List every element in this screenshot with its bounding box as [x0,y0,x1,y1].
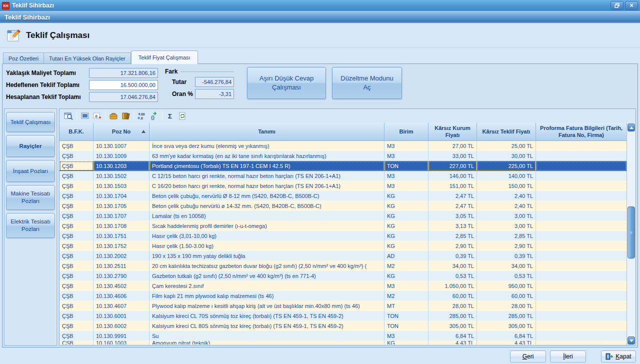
cell-kurum-fiyati[interactable]: 305,00 TL [428,321,477,331]
cell-tanim[interactable]: İnce sıva veya derz kumu (elenmiş ve yık… [150,141,384,151]
cell-teklif-fiyati[interactable]: 3,00 TL [477,221,536,231]
col-header-karsiz-teklif-fiyati[interactable]: Kârsız Teklif Fiyatı [477,123,536,140]
cell-kurum-fiyati[interactable]: 151,00 TL [428,181,477,191]
table-row[interactable]: ÇŞB 10.130.4606 Film kaplı 21 mm plywood… [60,291,626,301]
cell-poz-no[interactable]: 10.130.2511 [94,261,150,271]
cell-proforma[interactable] [536,201,626,211]
print-preview-icon[interactable] [62,110,74,122]
cell-kurum-fiyati[interactable]: 4,43 TL [428,341,477,345]
table-row[interactable]: ÇŞB 10.130.1502 C 12/15 beton harcı gri … [60,171,626,181]
cell-poz-no[interactable]: 10.130.2002 [94,251,150,261]
table-row[interactable]: ÇŞB 10.130.1009 63 mm'ye kadar kırmataş … [60,151,626,161]
cell-bfk[interactable]: ÇŞB [60,291,94,301]
cell-tanim[interactable]: C 16/20 beton harcı gri renkte, normal h… [150,181,384,191]
cell-teklif-fiyati[interactable]: 3,00 TL [477,211,536,221]
table-row[interactable]: ÇŞB 10.130.1705 Beton çelik çubuğu nervü… [60,201,626,211]
cell-teklif-fiyati[interactable]: 285,00 TL [477,311,536,321]
cell-birim[interactable]: M3 [384,331,428,341]
table-row[interactable]: ÇŞB 10.130.4502 Çam kerestesi 2.sınıf M3… [60,281,626,291]
cell-kurum-fiyati[interactable]: 2,47 TL [428,191,477,201]
cell-teklif-fiyati[interactable]: 60,00 TL [477,291,536,301]
cell-kurum-fiyati[interactable]: 285,00 TL [428,311,477,321]
cell-bfk[interactable]: ÇŞB [60,171,94,181]
cell-teklif-fiyati[interactable]: 30,00 TL [477,151,536,161]
table-row[interactable]: ÇŞB 10.130.2511 20 cm kalınlıkta techiza… [60,261,626,271]
cell-tanim[interactable]: Amonyum nitrat (teknik) [150,341,384,345]
cell-teklif-fiyati[interactable]: 305,00 TL [477,321,536,331]
vertical-scrollbar[interactable]: ≡ [626,123,636,345]
cell-poz-no[interactable]: 10.130.6002 [94,321,150,331]
cell-tanim[interactable]: 63 mm'ye kadar kırmataş (en az iki tane … [150,151,384,161]
cell-proforma[interactable] [536,331,626,341]
cell-poz-no[interactable]: 10.130.1707 [94,211,150,221]
cell-teklif-fiyati[interactable]: 2,90 TL [477,241,536,251]
table-row[interactable]: ÇŞB 10.130.1707 Lamalar (ts en 10058) KG… [60,211,626,221]
cell-bfk[interactable]: ÇŞB [60,251,94,261]
cell-tanim[interactable]: 190 x 135 x 190 mm yatay delikli tuğla [150,251,384,261]
table-row[interactable]: ÇŞB 10.130.1751 Hasır çelik (3,01-10,00 … [60,231,626,241]
tab-poz-ozetleri[interactable]: Poz Özetleri [3,52,44,64]
cell-proforma[interactable] [536,301,626,311]
cell-kurum-fiyati[interactable]: 34,00 TL [428,261,477,271]
cell-birim[interactable]: M3 [384,281,428,291]
cell-kurum-fiyati[interactable]: 60,00 TL [428,291,477,301]
cell-birim[interactable]: M3 [384,141,428,151]
ileri-button[interactable]: İleri [550,350,586,362]
table-row[interactable]: ÇŞB 10.160.1003 Amonyum nitrat (teknik) … [60,341,626,345]
table-row[interactable]: ÇŞB 10.130.6001 Kalsiyum kireci CL 70S s… [60,311,626,321]
cell-proforma[interactable] [536,291,626,301]
cell-bfk[interactable]: ÇŞB [60,341,94,345]
cell-tanim[interactable]: Kalsiyum kireci CL 80S sönmüş toz kireç … [150,321,384,331]
cell-poz-no[interactable]: 10.130.1009 [94,151,150,161]
cell-poz-no[interactable]: 10.130.4502 [94,281,150,291]
cell-tanim[interactable]: Beton çelik çubuğu, nervürlü Ø 8-12 mm (… [150,191,384,201]
cell-bfk[interactable]: ÇŞB [60,211,94,221]
table-row[interactable]: ÇŞB 10.130.4607 Plywood kalıp malzeme ı … [60,301,626,311]
portfolio-icon[interactable] [108,110,120,122]
cell-tanim[interactable]: Çam kerestesi 2.sınıf [150,281,384,291]
cell-birim[interactable]: KG [384,201,428,211]
table-row[interactable]: ÇŞB 10.130.1007 İnce sıva veya derz kumu… [60,141,626,151]
col-header-pozno[interactable]: Poz No [94,123,150,140]
cell-bfk[interactable]: ÇŞB [60,191,94,201]
cell-proforma[interactable] [536,161,626,171]
cell-proforma[interactable] [536,181,626,191]
cell-poz-no[interactable]: 10.130.4606 [94,291,150,301]
scroll-down-button[interactable] [628,336,635,344]
table-row[interactable]: ÇŞB 10.130.1708 Sıcak haddelenmiş profil… [60,221,626,231]
cell-bfk[interactable]: ÇŞB [60,151,94,161]
cell-tanim[interactable]: Su [150,331,384,341]
cell-tanim[interactable]: Hasır çelik (3,01-10,00 kg) [150,231,384,241]
xml-export-icon[interactable]: {} [148,110,160,122]
oran-field[interactable] [195,89,234,99]
table-row[interactable]: ÇŞB 10.130.1752 Hasır çelik (1.50-3.00 k… [60,241,626,251]
asiri-dusuk-cevap-button[interactable]: Aşırı Düşük Cevap Çalışması [247,67,326,99]
cell-proforma[interactable] [536,151,626,161]
tab-teklif-fiyat-calismasi[interactable]: Teklif Fiyat Çalışması [131,50,198,64]
cell-proforma[interactable] [536,241,626,251]
cell-kurum-fiyati[interactable]: 1.050,00 TL [428,281,477,291]
cell-bfk[interactable]: ÇŞB [60,141,94,151]
cell-proforma[interactable] [536,171,626,181]
cell-poz-no[interactable]: 10.130.1751 [94,231,150,241]
cell-kurum-fiyati[interactable]: 0,53 TL [428,271,477,281]
cell-kurum-fiyati[interactable]: 2,47 TL [428,201,477,211]
cell-poz-no[interactable]: 10.130.1752 [94,241,150,251]
table-row[interactable]: ÇŞB 10.130.6002 Kalsiyum kireci CL 80S s… [60,321,626,331]
cell-tanim[interactable]: Portland çimentosu (Torbalı) TS EN 197-1… [150,161,384,171]
cell-birim[interactable]: M2 [384,261,428,271]
cell-birim[interactable]: AD [384,251,428,261]
cell-proforma[interactable] [536,341,626,345]
cell-tanim[interactable]: Kalsiyum kireci CL 70S sönmüş toz kireç … [150,311,384,321]
cell-poz-no[interactable]: 10.130.2790 [94,271,150,281]
cell-birim[interactable]: M2 [384,291,428,301]
cell-kurum-fiyati[interactable]: 0,39 TL [428,251,477,261]
cell-bfk[interactable]: ÇŞB [60,241,94,251]
col-header-proforma[interactable]: Proforma Fatura Bilgileri (Tarih, Fatura… [536,123,626,140]
cell-birim[interactable]: KG [384,211,428,221]
cell-bfk[interactable]: ÇŞB [60,181,94,191]
cell-kurum-fiyati[interactable]: 27,00 TL [428,141,477,151]
cell-tanim[interactable]: Hasır çelik (1.50-3.00 kg) [150,241,384,251]
cell-birim[interactable]: TON [384,321,428,331]
cell-birim[interactable]: KG [384,191,428,201]
